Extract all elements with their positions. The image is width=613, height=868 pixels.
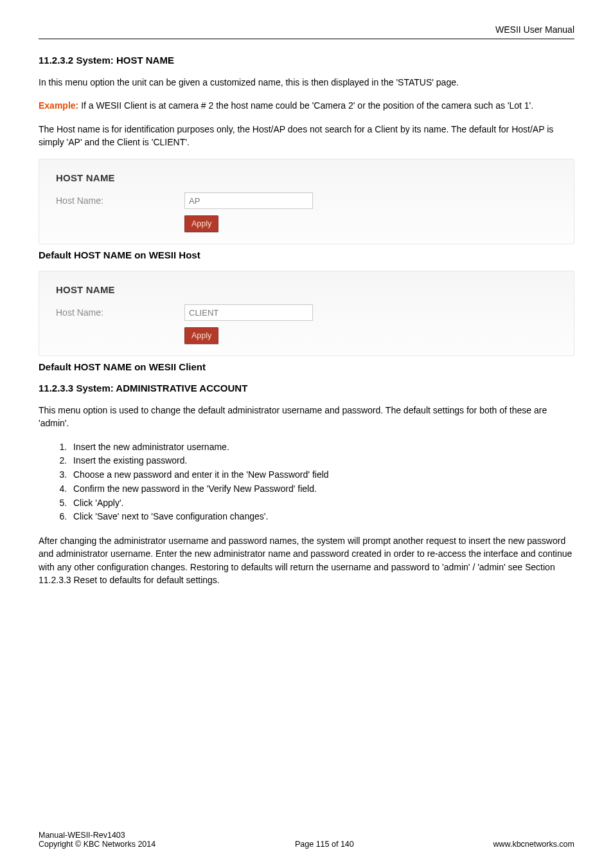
screenshot-hostname-client: HOST NAME Host Name: Apply: [39, 271, 574, 356]
footer-url: www.kbcnetworks.com: [493, 840, 574, 849]
example-text: If a WESII Client is at camera # 2 the h…: [78, 100, 533, 111]
screenshot-caption: Default HOST NAME on WESII Host: [39, 249, 574, 260]
list-item: Insert the existing password.: [69, 454, 574, 468]
paragraph-example: Example: If a WESII Client is at camera …: [39, 99, 574, 112]
list-item: Confirm the new password in the 'Verify …: [69, 482, 574, 496]
section-heading-admin-account: 11.2.3.3 System: ADMINISTRATIVE ACCOUNT: [39, 383, 574, 393]
example-label: Example:: [39, 100, 78, 111]
footer-page-number: Page 115 of 140: [295, 840, 354, 849]
button-row: Apply: [56, 215, 557, 232]
form-row: Host Name:: [56, 192, 557, 209]
screenshot-title: HOST NAME: [56, 172, 557, 183]
button-row: Apply: [56, 327, 557, 344]
paragraph: This menu option is used to change the d…: [39, 404, 574, 430]
screenshot-caption: Default HOST NAME on WESII Client: [39, 361, 574, 372]
footer-left: Manual-WESII-Rev1403 Copyright © KBC Net…: [39, 831, 155, 849]
form-row: Host Name:: [56, 304, 557, 321]
footer-manual-id: Manual-WESII-Rev1403: [39, 831, 155, 840]
paragraph: The Host name is for identification purp…: [39, 123, 574, 149]
hostname-input[interactable]: [184, 304, 313, 321]
paragraph: After changing the administrator usernam…: [39, 534, 574, 586]
screenshot-title: HOST NAME: [56, 284, 557, 295]
page: WESII User Manual 11.2.3.2 System: HOST …: [0, 0, 613, 868]
steps-list: Insert the new administrator username. I…: [69, 440, 574, 524]
page-footer: Manual-WESII-Rev1403 Copyright © KBC Net…: [39, 831, 574, 849]
list-item: Click 'Apply'.: [69, 496, 574, 511]
list-item: Choose a new password and enter it in th…: [69, 468, 574, 482]
list-item: Insert the new administrator username.: [69, 440, 574, 455]
list-item: Click 'Save' next to 'Save configuration…: [69, 510, 574, 524]
screenshot-hostname-host: HOST NAME Host Name: Apply: [39, 159, 574, 244]
apply-button[interactable]: Apply: [184, 215, 218, 232]
paragraph: In this menu option the unit can be give…: [39, 76, 574, 89]
section-heading-hostname: 11.2.3.2 System: HOST NAME: [39, 55, 574, 66]
header-doc-title: WESII User Manual: [39, 24, 574, 35]
apply-button[interactable]: Apply: [184, 327, 218, 344]
hostname-input[interactable]: [184, 192, 313, 209]
footer-copyright: Copyright © KBC Networks 2014: [39, 840, 155, 849]
header-rule: [39, 39, 574, 39]
hostname-label: Host Name:: [56, 195, 146, 206]
hostname-label: Host Name:: [56, 307, 146, 318]
